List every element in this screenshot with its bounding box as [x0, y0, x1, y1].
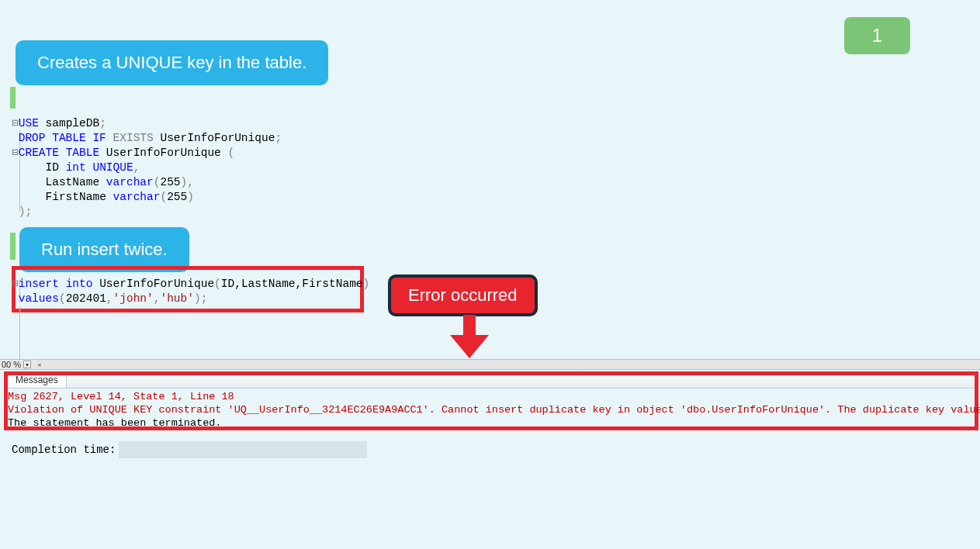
sql-code-block-insert[interactable]: ⊟insert into UserInfoForUnique(ID,LastNa…: [12, 277, 369, 306]
scroll-left-icon[interactable]: ◂: [37, 361, 41, 368]
step-number: 1: [872, 25, 882, 46]
arrow-down-icon: [450, 315, 489, 358]
breakpoint-bar: [10, 233, 16, 260]
collapse-icon[interactable]: ⊟: [12, 147, 19, 159]
val-first: 'hub': [160, 292, 194, 305]
error-line: Msg 2627, Level 14, State 1, Line 18: [8, 390, 980, 403]
varchar-len: 255: [160, 176, 180, 188]
callout-error: Error occurred: [388, 274, 538, 316]
ident-table: UserInfoForUnique: [106, 147, 221, 159]
kw-values: values: [19, 292, 59, 305]
callout-text: Error occurred: [408, 285, 518, 305]
completion-time-row: Completion time:: [12, 441, 367, 458]
kw-drop: DROP TABLE: [19, 132, 86, 144]
dropdown-icon[interactable]: ▾: [23, 361, 31, 368]
col-list: ID,LastName,FirstName: [221, 278, 363, 290]
ident-table: UserInfoForUnique: [160, 132, 275, 144]
sql-code-block-create[interactable]: ⊟USE sampleDB; DROP TABLE IF EXISTS User…: [12, 116, 282, 219]
kw-into: into: [66, 278, 93, 290]
editor-status-strip: 00 % ▾ ◂: [0, 359, 980, 370]
callout-create-unique: Creates a UNIQUE key in the table.: [16, 40, 328, 85]
error-line: Violation of UNIQUE KEY constraint 'UQ__…: [8, 403, 980, 416]
horizontal-scrollbar[interactable]: ◂: [36, 360, 980, 369]
type-int: int: [66, 161, 86, 174]
kw-if: IF: [92, 132, 106, 144]
kw-insert: insert: [19, 278, 59, 290]
zoom-value: 00 %: [2, 360, 21, 369]
step-badge: 1: [844, 17, 910, 54]
collapse-icon[interactable]: ⊟: [12, 278, 19, 290]
message-line: The statement has been terminated.: [8, 416, 980, 430]
val-id: 202401: [66, 292, 106, 305]
completion-label: Completion time:: [12, 444, 116, 456]
type-varchar: varchar: [113, 191, 161, 203]
messages-output[interactable]: Msg 2627, Level 14, State 1, Line 18 Vio…: [8, 390, 980, 430]
ident-db: sampleDB: [46, 117, 100, 129]
breakpoint-bar: [10, 87, 16, 109]
kw-exists: EXISTS: [113, 132, 154, 144]
kw-unique: UNIQUE: [92, 161, 133, 174]
callout-text: Run insert twice.: [41, 240, 168, 259]
zoom-select[interactable]: 00 % ▾: [0, 360, 31, 369]
type-varchar: varchar: [106, 176, 154, 188]
col-id: ID: [46, 161, 59, 174]
completion-value-redacted: [119, 441, 367, 458]
kw-use: USE: [19, 117, 39, 129]
kw-create: CREATE TABLE: [19, 147, 99, 159]
col-last: LastName: [46, 176, 100, 188]
collapse-icon[interactable]: ⊟: [12, 117, 19, 129]
ident-table: UserInfoForUnique: [99, 278, 214, 290]
col-first: FirstName: [46, 191, 106, 203]
val-last: 'john': [113, 292, 154, 305]
varchar-len: 255: [167, 191, 187, 203]
code-fold-line: [19, 306, 20, 361]
callout-text: Creates a UNIQUE key in the table.: [37, 53, 306, 72]
